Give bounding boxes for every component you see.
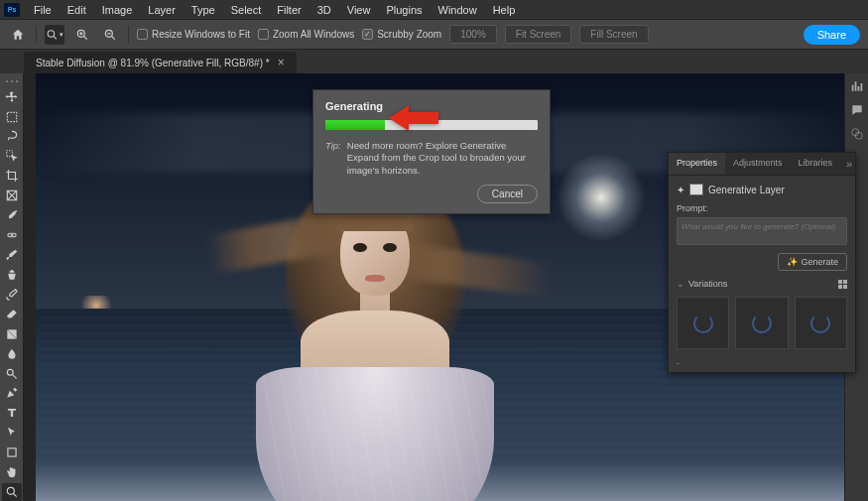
eraser-tool[interactable] (2, 306, 22, 323)
home-icon[interactable] (8, 25, 28, 45)
separator (36, 26, 37, 44)
menu-window[interactable]: Window (431, 1, 485, 19)
tip-text: Need more room? Explore Generative Expan… (347, 140, 538, 177)
type-tool[interactable] (2, 404, 22, 422)
prompt-input[interactable]: What would you like to generate? (Option… (677, 217, 847, 245)
hand-tool[interactable] (2, 463, 22, 481)
clone-stamp-tool[interactable] (2, 266, 22, 284)
spinner-icon (752, 313, 772, 333)
zoom-tool-preset-icon[interactable]: ▾ (45, 25, 64, 45)
color-swatch-icon[interactable] (849, 127, 865, 141)
resize-windows-checkbox[interactable]: Resize Windows to Fit (137, 29, 250, 40)
panel-collapse-icon[interactable]: » (840, 153, 858, 175)
svg-rect-3 (7, 112, 16, 121)
scrubby-zoom-label: Scrubby Zoom (377, 29, 441, 40)
zoom-out-icon[interactable] (100, 25, 120, 45)
menu-3d[interactable]: 3D (310, 1, 339, 19)
spinner-icon (810, 313, 830, 333)
svg-point-10 (7, 487, 14, 494)
share-button[interactable]: Share (804, 25, 860, 45)
variation-thumb-1[interactable] (677, 297, 729, 349)
document-tab-title: Stable Diffusion @ 81.9% (Generative Fil… (36, 58, 270, 68)
document-tab-bar: Stable Diffusion @ 81.9% (Generative Fil… (0, 50, 868, 73)
fit-screen-button[interactable]: Fit Screen (505, 25, 572, 44)
move-tool[interactable] (2, 88, 22, 106)
tip-label: Tip: (325, 140, 341, 177)
eyedropper-tool[interactable] (2, 206, 22, 224)
close-tab-icon[interactable]: × (278, 56, 285, 69)
history-brush-tool[interactable] (2, 286, 22, 304)
grid-view-icon[interactable] (838, 280, 847, 289)
prompt-label: Prompt: (677, 203, 847, 213)
annotation-arrow-icon (389, 105, 438, 131)
toolbox-grip[interactable] (6, 80, 18, 83)
gradient-tool[interactable] (2, 325, 22, 343)
fill-screen-button[interactable]: Fill Screen (579, 25, 648, 44)
variation-thumb-2[interactable] (735, 297, 788, 349)
menu-filter[interactable]: Filter (269, 1, 309, 19)
menu-type[interactable]: Type (184, 1, 223, 19)
svg-rect-9 (7, 448, 15, 456)
app-logo: Ps (4, 3, 20, 17)
tab-properties[interactable]: Properties (669, 153, 725, 175)
zoom-all-label: Zoom All Windows (273, 29, 354, 40)
menu-plugins[interactable]: Plugins (378, 1, 430, 19)
chevron-down-icon[interactable]: ⌄ (677, 279, 684, 289)
blur-tool[interactable] (2, 345, 22, 363)
frame-tool[interactable] (2, 187, 22, 204)
path-select-tool[interactable] (2, 424, 22, 441)
lasso-tool[interactable] (2, 128, 22, 146)
marquee-tool[interactable] (2, 108, 22, 126)
variation-thumb-3[interactable] (795, 297, 847, 349)
shape-tool[interactable] (2, 443, 22, 461)
menu-file[interactable]: File (26, 1, 60, 19)
properties-panel: Properties Adjustments Libraries » ✦ Gen… (668, 152, 856, 373)
zoom-tool[interactable] (2, 483, 22, 501)
zoom-all-checkbox[interactable]: Zoom All Windows (258, 29, 354, 40)
healing-brush-tool[interactable] (2, 226, 22, 244)
menu-select[interactable]: Select (223, 1, 270, 19)
svg-point-0 (48, 30, 55, 37)
tab-libraries[interactable]: Libraries (791, 153, 841, 175)
brush-tool[interactable] (2, 246, 22, 264)
separator (128, 26, 129, 44)
zoom-in-icon[interactable] (72, 25, 92, 45)
toolbox (0, 73, 24, 501)
document-tab[interactable]: Stable Diffusion @ 81.9% (Generative Fil… (24, 52, 297, 73)
crop-tool[interactable] (2, 167, 22, 185)
scrubby-zoom-checkbox[interactable]: ✓Scrubby Zoom (362, 29, 441, 40)
histogram-icon[interactable] (849, 79, 865, 93)
comments-icon[interactable] (849, 103, 865, 117)
main-menubar: Ps File Edit Image Layer Type Select Fil… (0, 0, 868, 20)
dodge-tool[interactable] (2, 365, 22, 383)
menu-image[interactable]: Image (94, 1, 141, 19)
svg-point-8 (7, 369, 13, 375)
zoom-100-button[interactable]: 100% (449, 25, 497, 44)
menu-help[interactable]: Help (485, 1, 524, 19)
variations-label: Variations (688, 279, 727, 289)
layer-thumbnail (689, 184, 703, 195)
pen-tool[interactable] (2, 385, 22, 403)
options-bar: ▾ Resize Windows to Fit Zoom All Windows… (0, 20, 868, 50)
cancel-button[interactable]: Cancel (477, 185, 538, 203)
spinner-icon (693, 313, 713, 333)
menu-edit[interactable]: Edit (60, 1, 94, 19)
sparkle-icon: ✨ (787, 257, 798, 267)
menu-layer[interactable]: Layer (140, 1, 184, 19)
layer-type-label: Generative Layer (708, 185, 785, 195)
object-select-tool[interactable] (2, 147, 22, 165)
menu-view[interactable]: View (339, 1, 379, 19)
generative-layer-icon: ✦ (677, 185, 684, 195)
tab-adjustments[interactable]: Adjustments (725, 153, 791, 175)
resize-windows-label: Resize Windows to Fit (152, 29, 250, 40)
feedback-link[interactable] (677, 355, 847, 364)
generate-button[interactable]: ✨Generate (778, 253, 847, 271)
